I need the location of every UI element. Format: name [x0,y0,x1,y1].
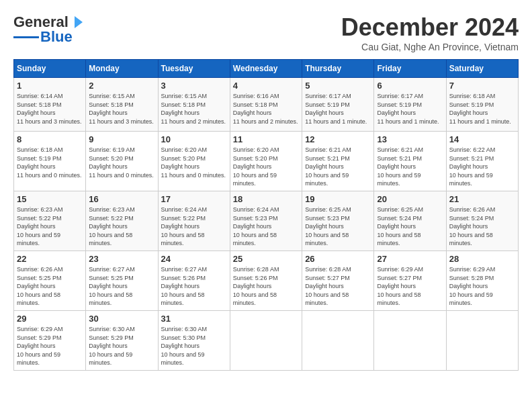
calendar-cell: 15 Sunrise: 6:23 AM Sunset: 5:22 PM Dayl… [14,191,86,250]
calendar-cell: 30 Sunrise: 6:30 AM Sunset: 5:29 PM Dayl… [86,310,158,370]
day-detail: Sunrise: 6:18 AM Sunset: 5:19 PM Dayligh… [449,92,515,126]
calendar-cell: 20 Sunrise: 6:25 AM Sunset: 5:24 PM Dayl… [374,191,446,250]
calendar-cell: 22 Sunrise: 6:26 AM Sunset: 5:25 PM Dayl… [14,250,86,310]
day-detail: Sunrise: 6:29 AM Sunset: 5:27 PM Dayligh… [377,265,443,308]
day-number: 29 [17,314,83,324]
calendar-cell: 19 Sunrise: 6:25 AM Sunset: 5:23 PM Dayl… [302,191,374,250]
day-number: 17 [161,194,227,204]
day-number: 18 [233,194,299,204]
calendar-cell: 17 Sunrise: 6:24 AM Sunset: 5:22 PM Dayl… [158,191,230,250]
calendar-cell: 21 Sunrise: 6:26 AM Sunset: 5:24 PM Dayl… [446,191,518,250]
day-detail: Sunrise: 6:18 AM Sunset: 5:19 PM Dayligh… [17,146,83,179]
day-detail: Sunrise: 6:24 AM Sunset: 5:22 PM Dayligh… [161,205,227,248]
day-detail: Sunrise: 6:15 AM Sunset: 5:18 PM Dayligh… [161,92,227,126]
calendar-cell: 1 Sunrise: 6:14 AM Sunset: 5:18 PM Dayli… [14,78,86,132]
day-number: 13 [377,134,443,144]
calendar-cell: 23 Sunrise: 6:27 AM Sunset: 5:25 PM Dayl… [86,250,158,310]
day-number: 31 [161,314,227,324]
calendar-cell: 6 Sunrise: 6:17 AM Sunset: 5:19 PM Dayli… [374,78,446,132]
day-number: 5 [305,81,371,91]
day-number: 15 [17,194,83,204]
day-number: 2 [89,81,154,91]
calendar-cell: 18 Sunrise: 6:24 AM Sunset: 5:23 PM Dayl… [230,191,302,250]
day-detail: Sunrise: 6:23 AM Sunset: 5:22 PM Dayligh… [89,205,154,248]
day-number: 24 [161,254,227,264]
day-detail: Sunrise: 6:22 AM Sunset: 5:21 PM Dayligh… [449,146,515,188]
day-number: 19 [305,194,371,204]
day-detail: Sunrise: 6:25 AM Sunset: 5:23 PM Dayligh… [305,205,371,248]
calendar-cell: 25 Sunrise: 6:28 AM Sunset: 5:26 PM Dayl… [230,250,302,310]
day-header: Saturday [446,60,518,78]
calendar-cell: 4 Sunrise: 6:16 AM Sunset: 5:18 PM Dayli… [230,78,302,132]
month-title: December 2024 [341,13,519,42]
day-detail: Sunrise: 6:28 AM Sunset: 5:27 PM Dayligh… [305,265,371,308]
day-detail: Sunrise: 6:20 AM Sunset: 5:20 PM Dayligh… [233,146,299,188]
day-detail: Sunrise: 6:30 AM Sunset: 5:30 PM Dayligh… [161,325,227,367]
day-detail: Sunrise: 6:28 AM Sunset: 5:26 PM Dayligh… [233,265,299,308]
day-header: Tuesday [158,60,230,78]
calendar-cell: 10 Sunrise: 6:20 AM Sunset: 5:20 PM Dayl… [158,132,230,191]
day-number: 23 [89,254,154,264]
day-number: 10 [161,134,227,144]
day-detail: Sunrise: 6:26 AM Sunset: 5:24 PM Dayligh… [449,205,515,248]
calendar-cell: 5 Sunrise: 6:17 AM Sunset: 5:19 PM Dayli… [302,78,374,132]
day-number: 4 [233,81,299,91]
calendar-cell [302,310,374,370]
calendar-cell: 27 Sunrise: 6:29 AM Sunset: 5:27 PM Dayl… [374,250,446,310]
day-detail: Sunrise: 6:15 AM Sunset: 5:18 PM Dayligh… [89,92,154,126]
day-detail: Sunrise: 6:17 AM Sunset: 5:19 PM Dayligh… [305,92,371,126]
day-detail: Sunrise: 6:23 AM Sunset: 5:22 PM Dayligh… [17,205,83,248]
logo-icon [69,15,84,30]
day-detail: Sunrise: 6:27 AM Sunset: 5:25 PM Dayligh… [89,265,154,308]
calendar-cell: 16 Sunrise: 6:23 AM Sunset: 5:22 PM Dayl… [86,191,158,250]
calendar-cell: 9 Sunrise: 6:19 AM Sunset: 5:20 PM Dayli… [86,132,158,191]
day-header: Wednesday [230,60,302,78]
calendar-table: SundayMondayTuesdayWednesdayThursdayFrid… [13,59,519,371]
day-detail: Sunrise: 6:25 AM Sunset: 5:24 PM Dayligh… [377,205,443,248]
calendar-cell: 31 Sunrise: 6:30 AM Sunset: 5:30 PM Dayl… [158,310,230,370]
calendar-cell: 8 Sunrise: 6:18 AM Sunset: 5:19 PM Dayli… [14,132,86,191]
day-number: 16 [89,194,154,204]
day-header: Friday [374,60,446,78]
day-number: 27 [377,254,443,264]
day-detail: Sunrise: 6:27 AM Sunset: 5:26 PM Dayligh… [161,265,227,308]
day-detail: Sunrise: 6:30 AM Sunset: 5:29 PM Dayligh… [89,325,154,367]
day-detail: Sunrise: 6:14 AM Sunset: 5:18 PM Dayligh… [17,92,83,126]
calendar-cell: 7 Sunrise: 6:18 AM Sunset: 5:19 PM Dayli… [446,78,518,132]
day-number: 9 [89,134,154,144]
calendar-cell [374,310,446,370]
calendar-cell: 26 Sunrise: 6:28 AM Sunset: 5:27 PM Dayl… [302,250,374,310]
calendar-cell: 12 Sunrise: 6:21 AM Sunset: 5:21 PM Dayl… [302,132,374,191]
calendar-cell: 29 Sunrise: 6:29 AM Sunset: 5:29 PM Dayl… [14,310,86,370]
calendar-cell [446,310,518,370]
day-header: Sunday [14,60,86,78]
day-detail: Sunrise: 6:29 AM Sunset: 5:29 PM Dayligh… [17,325,83,367]
day-header: Monday [86,60,158,78]
calendar-cell [230,310,302,370]
day-number: 1 [17,81,83,91]
day-number: 8 [17,134,83,144]
day-detail: Sunrise: 6:17 AM Sunset: 5:19 PM Dayligh… [377,92,443,126]
logo: General Blue [13,13,84,46]
day-number: 28 [449,254,515,264]
day-detail: Sunrise: 6:21 AM Sunset: 5:21 PM Dayligh… [377,146,443,188]
calendar-cell: 28 Sunrise: 6:29 AM Sunset: 5:28 PM Dayl… [446,250,518,310]
calendar-cell: 14 Sunrise: 6:22 AM Sunset: 5:21 PM Dayl… [446,132,518,191]
calendar-cell: 3 Sunrise: 6:15 AM Sunset: 5:18 PM Dayli… [158,78,230,132]
calendar-cell: 24 Sunrise: 6:27 AM Sunset: 5:26 PM Dayl… [158,250,230,310]
calendar-cell: 11 Sunrise: 6:20 AM Sunset: 5:20 PM Dayl… [230,132,302,191]
day-number: 22 [17,254,83,264]
day-number: 11 [233,134,299,144]
calendar-cell: 13 Sunrise: 6:21 AM Sunset: 5:21 PM Dayl… [374,132,446,191]
header: General Blue December 2024 Cau Giat, Ngh… [13,13,519,52]
calendar-cell: 2 Sunrise: 6:15 AM Sunset: 5:18 PM Dayli… [86,78,158,132]
day-number: 14 [449,134,515,144]
day-detail: Sunrise: 6:29 AM Sunset: 5:28 PM Dayligh… [449,265,515,308]
day-number: 3 [161,81,227,91]
day-detail: Sunrise: 6:19 AM Sunset: 5:20 PM Dayligh… [89,146,154,179]
logo-blue: Blue [40,28,73,46]
day-number: 20 [377,194,443,204]
day-number: 26 [305,254,371,264]
day-number: 30 [89,314,154,324]
title-section: December 2024 Cau Giat, Nghe An Province… [341,13,519,52]
